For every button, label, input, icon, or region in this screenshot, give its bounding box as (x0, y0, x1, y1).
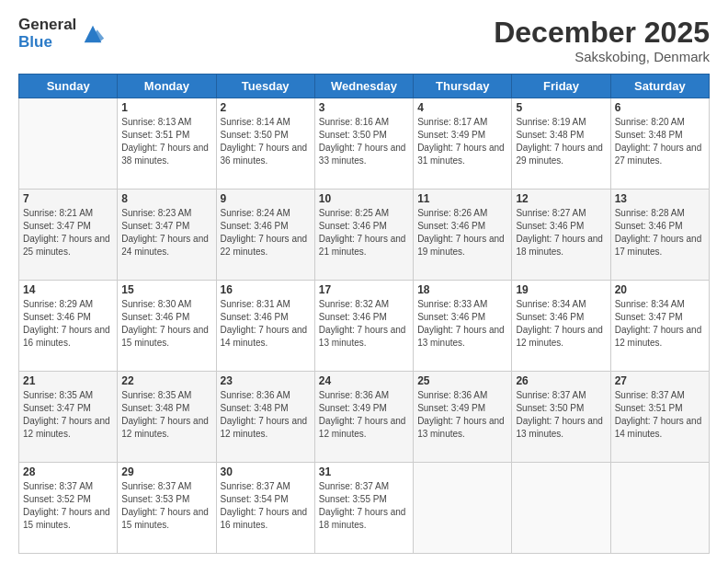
page: General Blue December 2025 Sakskobing, D… (0, 0, 728, 563)
cell-sunrise: Sunrise: 8:36 AM (221, 390, 290, 400)
cell-info: Sunrise: 8:31 AM Sunset: 3:46 PM Dayligh… (221, 298, 311, 350)
cell-date: 11 (417, 192, 507, 205)
cell-info: Sunrise: 8:36 AM Sunset: 3:48 PM Dayligh… (221, 389, 311, 441)
cell-sunset: Sunset: 3:46 PM (516, 221, 584, 231)
cell-sunset: Sunset: 3:49 PM (417, 130, 485, 140)
cell-daylight: Daylight: 7 hours and 12 minutes. (221, 416, 308, 439)
cell-sunrise: Sunrise: 8:32 AM (319, 299, 389, 309)
cell-date: 3 (319, 101, 409, 114)
cell-sunset: Sunset: 3:46 PM (121, 312, 189, 322)
cell-sunrise: Sunrise: 8:23 AM (121, 208, 191, 218)
cell-daylight: Daylight: 7 hours and 18 minutes. (516, 234, 603, 257)
cell-sunset: Sunset: 3:53 PM (121, 494, 189, 504)
cell-sunrise: Sunrise: 8:37 AM (121, 481, 191, 491)
table-row: 13 Sunrise: 8:28 AM Sunset: 3:46 PM Dayl… (610, 190, 709, 281)
cell-info: Sunrise: 8:30 AM Sunset: 3:46 PM Dayligh… (121, 298, 211, 350)
cell-info: Sunrise: 8:37 AM Sunset: 3:51 PM Dayligh… (615, 389, 705, 441)
calendar-week-row: 7 Sunrise: 8:21 AM Sunset: 3:47 PM Dayli… (19, 190, 710, 281)
table-row: 9 Sunrise: 8:24 AM Sunset: 3:46 PM Dayli… (216, 190, 314, 281)
cell-sunset: Sunset: 3:48 PM (615, 130, 683, 140)
cell-sunset: Sunset: 3:47 PM (615, 312, 683, 322)
cell-sunset: Sunset: 3:50 PM (516, 403, 584, 413)
calendar-table: Sunday Monday Tuesday Wednesday Thursday… (18, 74, 710, 554)
cell-daylight: Daylight: 7 hours and 36 minutes. (221, 143, 308, 166)
table-row: 26 Sunrise: 8:37 AM Sunset: 3:50 PM Dayl… (512, 372, 610, 463)
cell-daylight: Daylight: 7 hours and 13 minutes. (516, 416, 603, 439)
cell-daylight: Daylight: 7 hours and 18 minutes. (319, 507, 406, 530)
cell-info: Sunrise: 8:34 AM Sunset: 3:47 PM Dayligh… (615, 298, 705, 350)
cell-sunrise: Sunrise: 8:35 AM (121, 390, 191, 400)
header-saturday: Saturday (610, 75, 709, 98)
cell-sunset: Sunset: 3:49 PM (417, 403, 485, 413)
cell-daylight: Daylight: 7 hours and 21 minutes. (319, 234, 406, 257)
cell-date: 30 (221, 465, 311, 478)
cell-date: 9 (221, 192, 311, 205)
cell-sunrise: Sunrise: 8:33 AM (417, 299, 487, 309)
cell-sunset: Sunset: 3:47 PM (23, 221, 91, 231)
cell-date: 7 (23, 192, 113, 205)
cell-sunset: Sunset: 3:48 PM (516, 130, 584, 140)
cell-sunrise: Sunrise: 8:21 AM (23, 208, 93, 218)
cell-sunrise: Sunrise: 8:37 AM (23, 481, 93, 491)
cell-info: Sunrise: 8:36 AM Sunset: 3:49 PM Dayligh… (417, 389, 507, 441)
logo-general: General (18, 17, 76, 34)
calendar-week-row: 21 Sunrise: 8:35 AM Sunset: 3:47 PM Dayl… (19, 372, 710, 463)
cell-sunset: Sunset: 3:49 PM (319, 403, 387, 413)
cell-info: Sunrise: 8:20 AM Sunset: 3:48 PM Dayligh… (615, 116, 705, 167)
cell-sunset: Sunset: 3:46 PM (23, 312, 91, 322)
cell-sunrise: Sunrise: 8:34 AM (516, 299, 586, 309)
cell-sunrise: Sunrise: 8:20 AM (615, 117, 685, 127)
header-sunday: Sunday (19, 75, 118, 98)
table-row (414, 463, 512, 554)
cell-sunset: Sunset: 3:47 PM (121, 221, 189, 231)
cell-sunrise: Sunrise: 8:13 AM (121, 117, 191, 127)
cell-info: Sunrise: 8:32 AM Sunset: 3:46 PM Dayligh… (319, 298, 409, 350)
cell-sunset: Sunset: 3:46 PM (516, 312, 584, 322)
table-row: 10 Sunrise: 8:25 AM Sunset: 3:46 PM Dayl… (314, 190, 413, 281)
table-row (610, 463, 709, 554)
table-row: 31 Sunrise: 8:37 AM Sunset: 3:55 PM Dayl… (314, 463, 413, 554)
weekday-header-row: Sunday Monday Tuesday Wednesday Thursday… (19, 75, 710, 98)
title-block: December 2025 Sakskobing, Denmark (494, 17, 710, 64)
cell-date: 23 (221, 374, 311, 387)
table-row: 17 Sunrise: 8:32 AM Sunset: 3:46 PM Dayl… (314, 281, 413, 372)
cell-daylight: Daylight: 7 hours and 13 minutes. (417, 325, 505, 348)
table-row: 2 Sunrise: 8:14 AM Sunset: 3:50 PM Dayli… (216, 98, 314, 190)
cell-date: 17 (319, 283, 409, 296)
cell-sunrise: Sunrise: 8:14 AM (221, 117, 290, 127)
cell-date: 1 (121, 101, 211, 114)
table-row: 12 Sunrise: 8:27 AM Sunset: 3:46 PM Dayl… (512, 190, 610, 281)
cell-sunset: Sunset: 3:47 PM (23, 403, 91, 413)
cell-sunrise: Sunrise: 8:36 AM (319, 390, 389, 400)
cell-sunset: Sunset: 3:46 PM (221, 221, 289, 231)
cell-sunrise: Sunrise: 8:35 AM (23, 390, 93, 400)
table-row: 18 Sunrise: 8:33 AM Sunset: 3:46 PM Dayl… (414, 281, 512, 372)
cell-sunrise: Sunrise: 8:28 AM (615, 208, 685, 218)
cell-info: Sunrise: 8:27 AM Sunset: 3:46 PM Dayligh… (516, 207, 606, 259)
cell-sunrise: Sunrise: 8:34 AM (615, 299, 685, 309)
cell-date: 15 (121, 283, 211, 296)
cell-date: 29 (121, 465, 211, 478)
cell-info: Sunrise: 8:21 AM Sunset: 3:47 PM Dayligh… (23, 207, 113, 259)
cell-sunrise: Sunrise: 8:27 AM (516, 208, 586, 218)
table-row: 29 Sunrise: 8:37 AM Sunset: 3:53 PM Dayl… (118, 463, 216, 554)
cell-daylight: Daylight: 7 hours and 25 minutes. (23, 234, 110, 257)
cell-sunset: Sunset: 3:48 PM (221, 403, 289, 413)
table-row: 25 Sunrise: 8:36 AM Sunset: 3:49 PM Dayl… (414, 372, 512, 463)
cell-date: 14 (23, 283, 113, 296)
cell-sunset: Sunset: 3:50 PM (221, 130, 289, 140)
cell-daylight: Daylight: 7 hours and 31 minutes. (417, 143, 505, 166)
table-row: 1 Sunrise: 8:13 AM Sunset: 3:51 PM Dayli… (118, 98, 216, 190)
header: General Blue December 2025 Sakskobing, D… (18, 17, 710, 64)
cell-date: 12 (516, 192, 606, 205)
month-title: December 2025 (494, 17, 710, 49)
cell-date: 22 (121, 374, 211, 387)
header-monday: Monday (118, 75, 216, 98)
header-wednesday: Wednesday (314, 75, 413, 98)
cell-sunrise: Sunrise: 8:19 AM (516, 117, 586, 127)
cell-info: Sunrise: 8:28 AM Sunset: 3:46 PM Dayligh… (615, 207, 705, 259)
cell-daylight: Daylight: 7 hours and 22 minutes. (221, 234, 308, 257)
cell-daylight: Daylight: 7 hours and 16 minutes. (23, 325, 110, 348)
cell-daylight: Daylight: 7 hours and 15 minutes. (23, 507, 110, 530)
cell-date: 8 (121, 192, 211, 205)
